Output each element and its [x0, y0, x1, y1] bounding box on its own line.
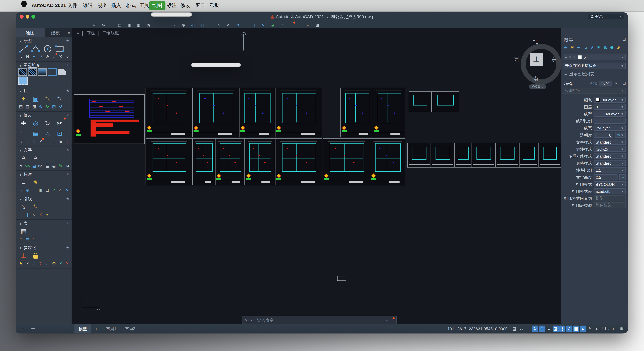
prop-field-文字样式[interactable]: Standard▼	[594, 139, 626, 145]
prop-field-线型比例[interactable]: 1	[594, 118, 626, 124]
login-button[interactable]: 登录 ▼	[588, 14, 624, 20]
app-menu[interactable]: AutoCAD 2021	[28, 0, 70, 11]
edit-attribute-icon[interactable]: ✎	[54, 94, 65, 104]
edit-block-icon[interactable]: ✎	[42, 94, 53, 104]
panel-anchor-icon[interactable]: ❏	[622, 81, 626, 85]
palette-collapse-button[interactable]: «	[66, 28, 72, 37]
export-table-icon[interactable]: ↓	[38, 236, 44, 242]
text-update-icon[interactable]: ↻	[58, 163, 63, 168]
purge-icon[interactable]: ❘	[64, 138, 70, 144]
batch-publish-icon[interactable]: ▧	[146, 22, 151, 28]
annotation-visibility-toggle[interactable]: ▲	[594, 326, 600, 332]
join-icon[interactable]: ≍	[45, 138, 50, 144]
named-views-icon[interactable]: ✦	[305, 22, 311, 28]
spline-icon[interactable]: ∿	[18, 54, 24, 59]
menubar-item-绘图[interactable]: 绘图	[149, 1, 166, 10]
tab-布局1[interactable]: 布局1	[102, 324, 120, 334]
new-layout-tab-button[interactable]: +	[91, 324, 102, 334]
multiline-text-icon[interactable]: A	[18, 153, 29, 163]
prop-field-线宽[interactable]: ByLayer▼	[594, 125, 626, 131]
space-selector-dropdown[interactable]: 模型空间▼	[563, 88, 626, 94]
ordinate-dimension-icon[interactable]: ↓	[32, 188, 37, 193]
collapse-triangle-icon[interactable]: ▼	[19, 174, 22, 176]
layer-onoff-icon[interactable]: ◍	[603, 45, 608, 50]
layout-list-icon[interactable]: ☰	[31, 324, 35, 334]
visual-style-control[interactable]: 二维线框	[102, 30, 119, 36]
collapse-triangle-icon[interactable]: ▼	[19, 90, 22, 92]
measure-icon[interactable]: ↗	[38, 54, 44, 59]
workspace-switch-toggle[interactable]: ◻	[612, 326, 618, 332]
fillet-icon[interactable]: ⌒	[18, 129, 29, 138]
collapse-triangle-icon[interactable]: ▼	[19, 198, 22, 200]
revision-cloud-icon[interactable]: ◌	[51, 54, 57, 59]
viewcube-top-face[interactable]: 上	[530, 53, 543, 66]
data-link-icon[interactable]: ∞	[18, 236, 24, 242]
sync-table-icon[interactable]: S	[32, 236, 37, 242]
previous-layer-icon[interactable]: ↩	[576, 45, 582, 50]
section-gear-icon[interactable]: ✳	[66, 221, 69, 225]
isolate-layer-icon[interactable]: ⇘	[583, 45, 588, 50]
redo-icon[interactable]: ↪	[101, 22, 106, 28]
gradient-icon[interactable]	[38, 68, 47, 76]
offset-icon[interactable]: ∥	[25, 138, 30, 144]
palette-tab-建模[interactable]: 建模	[45, 28, 66, 37]
menubar-item-插入[interactable]: 插入	[108, 0, 124, 11]
collapse-triangle-icon[interactable]: ▼	[19, 246, 22, 250]
show-constraints-icon[interactable]: ✓	[25, 261, 30, 266]
filter-all[interactable]: 全部	[587, 81, 599, 86]
show-layer-list-toggle[interactable]: ▶显示图层列表	[564, 71, 594, 77]
table-icon[interactable]: ▦	[18, 226, 29, 236]
transparency-bylayer-dropdown[interactable]: ≋▼	[615, 132, 626, 138]
spell-check-icon[interactable]: ABC	[25, 163, 30, 168]
define-attribute-icon[interactable]: ▤	[18, 104, 24, 109]
arrange-icon[interactable]: ▱	[51, 138, 57, 144]
drawing-canvas[interactable]: +│俯视│二维线框上北南西东WCS ▽	[72, 28, 561, 324]
collapse-triangle-icon[interactable]: ▼	[19, 222, 22, 225]
view-direction-control[interactable]: 俯视	[86, 30, 95, 36]
remove-leader-icon[interactable]: ✕	[38, 212, 44, 217]
viewcube-east[interactable]: 东	[552, 56, 556, 63]
base-point-icon[interactable]: ⊕	[38, 104, 44, 109]
prop-field-打印样式[interactable]: BYCOLOR▼	[594, 181, 626, 187]
constraint-settings-icon[interactable]: ↻	[38, 261, 44, 266]
new-layer-icon[interactable]: ≋	[563, 45, 568, 50]
point-style-icon[interactable]: ∴	[280, 22, 285, 28]
geometric-constraint-icon[interactable]: ⊥	[18, 251, 29, 260]
linear-dimension-icon[interactable]: ↔	[18, 178, 29, 187]
palette-tab-绘图[interactable]: 绘图	[16, 28, 44, 37]
export-icon[interactable]: →	[171, 22, 177, 28]
prop-field-颜色[interactable]: ByLayer▼	[594, 97, 626, 102]
prop-field-表格样式[interactable]: Standard▼	[594, 160, 626, 166]
show-all-constraints-icon[interactable]: ◍	[51, 261, 57, 266]
prop-field-图层[interactable]: 0▼	[594, 104, 626, 110]
drawing-compare-icon[interactable]: ▥	[200, 22, 205, 28]
inspect-dimension-icon[interactable]: ◇	[58, 188, 63, 193]
viewport-plus-control[interactable]: +	[76, 31, 79, 36]
hide-constraints-icon[interactable]: ✓	[58, 261, 63, 266]
freeze-layer-icon[interactable]: ❄	[596, 45, 601, 50]
etransmit-icon[interactable]: ◍	[190, 22, 196, 28]
command-line[interactable]: >_▼键入命令▲▯	[242, 316, 397, 324]
rotate-icon[interactable]: ↻	[42, 118, 53, 128]
prop-field-多重引线样式[interactable]: Standard▼	[594, 153, 626, 159]
viewcube-south[interactable]: 南	[533, 75, 538, 82]
section-gear-icon[interactable]: ✳	[66, 63, 69, 67]
dimension-break-icon[interactable]: ✕	[64, 188, 70, 193]
menubar-item-帮助[interactable]: 帮助	[206, 0, 223, 11]
point-divide-icon[interactable]: ✕	[58, 54, 63, 59]
save-block-icon[interactable]: ▦	[32, 104, 37, 109]
collapse-triangle-icon[interactable]: ▼	[19, 64, 22, 67]
infer-constraints-icon[interactable]: ✓	[32, 261, 37, 266]
dimension-brush-icon[interactable]: ✎	[30, 178, 41, 187]
isometric-drafting-toggle[interactable]: ∠	[566, 326, 572, 332]
polyline-edit-icon[interactable]: N	[25, 54, 30, 59]
region-icon[interactable]	[58, 69, 66, 75]
zoom-window-icon[interactable]: ○	[216, 22, 221, 28]
copy-icon[interactable]: ◎	[30, 118, 41, 128]
select-icon[interactable]: ⊡	[54, 129, 65, 138]
attach-reference-icon[interactable]: ⊕	[181, 22, 186, 28]
collapse-triangle-icon[interactable]: ▼	[19, 40, 22, 42]
insert-block-icon[interactable]: ✦	[18, 94, 29, 104]
print-preview-icon[interactable]: ▥	[126, 22, 132, 28]
markup-icon[interactable]: ❘	[289, 22, 294, 28]
